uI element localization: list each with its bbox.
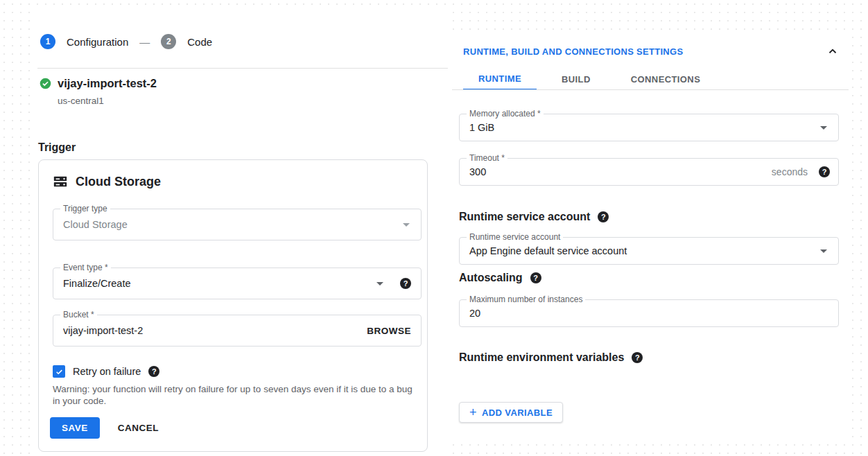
function-name: vijay-import-test-2: [58, 77, 157, 90]
chevron-down-icon: [376, 282, 383, 286]
step-1-indicator[interactable]: 1: [40, 34, 55, 49]
retry-checkbox[interactable]: [53, 365, 65, 378]
plus-icon: +: [469, 406, 477, 419]
autoscaling-heading: Autoscaling: [459, 272, 523, 284]
runtime-service-account-heading: Runtime service account: [459, 211, 590, 223]
runtime-service-account-select[interactable]: Runtime service account App Engine defau…: [459, 237, 839, 265]
tab-runtime[interactable]: RUNTIME: [463, 68, 537, 90]
event-type-value: Finalize/Create: [63, 268, 131, 299]
help-icon[interactable]: ?: [148, 366, 159, 377]
bucket-field: Bucket * BROWSE: [53, 315, 422, 347]
chevron-down-icon: [403, 223, 410, 227]
chevron-down-icon: [820, 249, 827, 253]
add-variable-button[interactable]: + ADD VARIABLE: [459, 402, 563, 423]
check-circle-icon: [40, 78, 51, 89]
divider: [37, 68, 448, 69]
memory-allocated-select[interactable]: Memory allocated * 1 GiB: [459, 114, 839, 141]
settings-tabs: RUNTIME BUILD CONNECTIONS: [463, 68, 849, 90]
add-variable-label: ADD VARIABLE: [482, 407, 553, 418]
cancel-button[interactable]: CANCEL: [118, 423, 159, 433]
tab-connections[interactable]: CONNECTIONS: [616, 68, 715, 90]
function-region: us-central1: [58, 96, 104, 106]
retry-warning-text: Warning: your function will retry on fai…: [53, 383, 416, 407]
step-separator: —: [139, 36, 150, 48]
trigger-type-select[interactable]: Trigger type Cloud Storage: [53, 209, 422, 240]
max-instances-field: Maximum number of instances: [459, 299, 839, 327]
save-button[interactable]: SAVE: [50, 417, 100, 439]
env-variables-heading: Runtime environment variables: [459, 351, 624, 364]
cloud-storage-icon: [53, 174, 68, 189]
tab-divider: [452, 89, 849, 90]
step-2-indicator[interactable]: 2: [161, 34, 176, 49]
event-type-select[interactable]: Event type * Finalize/Create ?: [53, 268, 422, 299]
runtime-settings-header: RUNTIME, BUILD AND CONNECTIONS SETTINGS: [463, 46, 683, 57]
help-icon[interactable]: ?: [400, 278, 411, 289]
help-icon[interactable]: ?: [530, 272, 541, 283]
runtime-settings-panel: RUNTIME, BUILD AND CONNECTIONS SETTINGS …: [452, 36, 849, 441]
timeout-field: Timeout * seconds ?: [459, 158, 839, 186]
tab-build[interactable]: BUILD: [546, 68, 606, 90]
trigger-type-value: Cloud Storage: [63, 209, 128, 240]
step-2-label[interactable]: Code: [187, 36, 212, 48]
trigger-section-title: Trigger: [38, 141, 76, 154]
trigger-card-title: Cloud Storage: [76, 175, 161, 189]
chevron-down-icon: [820, 126, 827, 130]
trigger-card: Cloud Storage Trigger type Cloud Storage…: [38, 159, 428, 452]
retry-label[interactable]: Retry on failure: [73, 366, 141, 377]
runtime-service-account-value: App Engine default service account: [469, 238, 627, 264]
max-instances-input[interactable]: [469, 300, 697, 326]
browse-button[interactable]: BROWSE: [367, 315, 411, 346]
configuration-panel: 1 Configuration — 2 Code vijay-import-te…: [32, 6, 448, 456]
timeout-unit: seconds: [772, 159, 808, 185]
chevron-up-icon[interactable]: [826, 45, 839, 58]
bucket-input[interactable]: [63, 315, 284, 346]
stepper: 1 Configuration — 2 Code: [40, 34, 212, 49]
help-icon[interactable]: ?: [819, 166, 830, 177]
timeout-input[interactable]: [469, 159, 697, 185]
step-1-label[interactable]: Configuration: [67, 36, 128, 48]
memory-allocated-value: 1 GiB: [469, 114, 494, 141]
runtime-settings-expander[interactable]: RUNTIME, BUILD AND CONNECTIONS SETTINGS: [463, 43, 839, 60]
help-icon[interactable]: ?: [632, 352, 643, 363]
help-icon[interactable]: ?: [598, 211, 609, 222]
